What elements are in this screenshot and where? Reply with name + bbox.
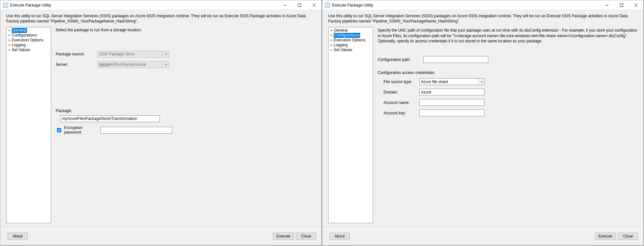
minimize-icon (283, 4, 287, 7)
minimize-button[interactable] (599, 0, 614, 10)
footer: About Execute Close (0, 226, 321, 245)
row-file-source-type: File source type: Azure file share ▾ (378, 78, 637, 85)
chevron-down-icon: ▾ (163, 51, 169, 57)
account-name-input[interactable] (419, 99, 484, 106)
maximize-button[interactable] (614, 0, 629, 10)
window-controls (277, 0, 321, 10)
main-pane-general: Select the package to run from a storage… (55, 27, 317, 223)
app-icon (3, 3, 8, 8)
row-package-label: Package: (56, 107, 315, 114)
row-config-path: Configuration path: (378, 56, 637, 63)
sidebar-item-set-values[interactable]: ✎Set Values (7, 48, 51, 52)
package-label: Package: (56, 109, 97, 113)
maximize-button[interactable] (292, 0, 307, 10)
config-path-label: Configuration path: (378, 57, 423, 62)
sidebar-item-execution-options[interactable]: ✎Execution Options (329, 38, 373, 43)
package-field[interactable] (62, 116, 158, 122)
description-text: Use this utility to run SQL Server Integ… (0, 10, 321, 26)
row-account-key: Account key: (378, 109, 637, 117)
row-package-value (56, 115, 315, 122)
server-dropdown[interactable]: ADFv2/mysqlmissisir ▾ (97, 61, 169, 68)
sidebar: ✎General ✎Configurations ✎Execution Opti… (6, 27, 51, 223)
sidebar-item-logging[interactable]: ✎Logging (7, 43, 51, 48)
package-input[interactable] (60, 115, 160, 122)
account-key-input[interactable] (419, 109, 484, 116)
app-icon (325, 3, 330, 8)
window-execute-package-general: Execute Package Utility Use this utility… (0, 0, 322, 246)
config-path-input[interactable] (423, 56, 488, 63)
account-key-label: Account key: (378, 111, 419, 115)
about-button[interactable]: About (329, 233, 350, 240)
account-name-field[interactable] (421, 99, 483, 106)
body-area: ✎General ✎Configurations ✎Execution Opti… (322, 26, 643, 226)
window-execute-package-configurations: Execute Package Utility Use this utility… (322, 0, 644, 246)
close-window-button[interactable] (629, 0, 643, 10)
svg-rect-0 (298, 4, 301, 7)
chevron-down-icon: ▾ (479, 79, 484, 85)
encryption-password-checkbox[interactable] (57, 128, 61, 132)
encryption-password-label: Encryption password: (64, 125, 99, 135)
row-domain: Domain: (378, 89, 637, 96)
sidebar-item-set-values[interactable]: ✎Set Values (329, 48, 373, 52)
close-button[interactable]: Close (618, 233, 638, 240)
minimize-button[interactable] (277, 0, 292, 10)
package-source-label: Package source: (56, 52, 97, 56)
sidebar: ✎General ✎Configurations ✎Execution Opti… (328, 27, 373, 223)
pin-icon: ✎ (329, 47, 334, 53)
server-label: Server: (56, 62, 97, 67)
file-source-value: Azure file share (421, 80, 448, 84)
chevron-down-icon: ▾ (163, 62, 169, 68)
minimize-icon (605, 4, 609, 7)
execute-button[interactable]: Execute (595, 233, 616, 240)
maximize-icon (620, 4, 623, 7)
titlebar: Execute Package Utility (322, 0, 643, 10)
encryption-password-field[interactable] (102, 127, 171, 133)
row-account-name: Account name: (378, 99, 637, 106)
domain-field[interactable] (421, 89, 483, 95)
file-source-dropdown[interactable]: Azure file share ▾ (419, 78, 484, 85)
sidebar-item-general[interactable]: ✎General (329, 28, 373, 33)
close-window-button[interactable] (307, 0, 321, 10)
execute-button[interactable]: Execute (273, 233, 294, 240)
about-button[interactable]: About (7, 233, 28, 240)
row-encryption-password: Encryption password: (56, 125, 315, 135)
account-key-field[interactable] (421, 110, 483, 116)
package-source-dropdown[interactable]: SSIS Package Store ▾ (97, 51, 169, 58)
close-button[interactable]: Close (296, 233, 316, 240)
window-controls (599, 0, 643, 10)
encryption-password-input[interactable] (101, 127, 172, 134)
sidebar-item-general[interactable]: ✎General (7, 28, 51, 33)
server-value: ADFv2/mysqlmissisir (99, 62, 146, 67)
sidebar-item-execution-options[interactable]: ✎Execution Options (7, 38, 51, 43)
maximize-icon (298, 4, 301, 7)
pin-icon: ✎ (7, 47, 12, 53)
body-area: ✎General ✎Configurations ✎Execution Opti… (0, 26, 321, 226)
file-source-label: File source type: (378, 80, 419, 84)
footer: About Execute Close (322, 226, 643, 245)
config-path-field[interactable] (425, 56, 487, 63)
account-name-label: Account name: (378, 100, 419, 105)
close-icon (635, 4, 638, 7)
window-title: Execute Package Utility (332, 3, 599, 7)
domain-input[interactable] (419, 89, 484, 95)
close-icon (313, 4, 316, 7)
domain-label: Domain: (378, 90, 419, 94)
sidebar-item-logging[interactable]: ✎Logging (329, 43, 373, 48)
description-text: Use this utility to run SQL Server Integ… (322, 10, 643, 26)
pane-heading: Specify the UNC path of configuration fi… (378, 28, 637, 44)
cred-heading: Configuration access credentials: (378, 70, 637, 75)
row-package-source: Package source: SSIS Package Store ▾ (56, 51, 315, 58)
package-source-value: SSIS Package Store (99, 52, 134, 56)
svg-rect-1 (620, 4, 623, 7)
sidebar-item-configurations[interactable]: ✎Configurations (7, 33, 51, 38)
pane-heading: Select the package to run from a storage… (56, 28, 315, 32)
window-title: Execute Package Utility (10, 3, 277, 7)
main-pane-configurations: Specify the UNC path of configuration fi… (377, 27, 639, 223)
titlebar: Execute Package Utility (0, 0, 321, 10)
sidebar-item-configurations[interactable]: ✎Configurations (329, 33, 373, 38)
row-server: Server: ADFv2/mysqlmissisir ▾ (56, 61, 315, 68)
